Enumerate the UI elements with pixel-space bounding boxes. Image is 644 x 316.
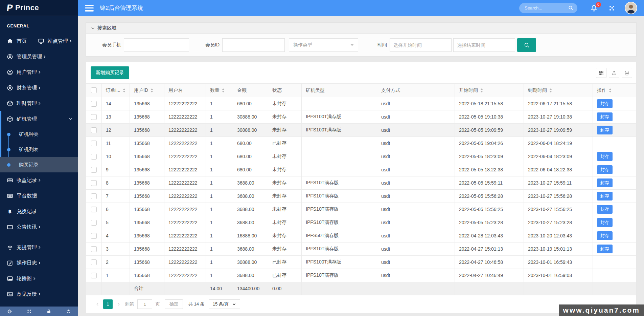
seal-button[interactable]: 封存 [597, 205, 613, 214]
current-page-button[interactable]: 1 [103, 299, 113, 309]
cell-status: 未封存 [268, 124, 302, 137]
sidebar-subitem-miner-types[interactable]: 矿机种类 [0, 127, 78, 142]
table-row: 51356681222222222213688.00未封存IPFS10T满存版u… [86, 216, 636, 229]
seal-button[interactable]: 封存 [597, 112, 613, 121]
lock-icon[interactable] [46, 309, 51, 314]
cell-status: 未封存 [268, 216, 302, 229]
row-checkbox[interactable] [91, 233, 97, 239]
page-title: 锦2后台管理系统 [100, 4, 143, 12]
seal-button[interactable]: 封存 [597, 99, 613, 108]
page-size-select[interactable]: 15 条/页 [209, 299, 240, 309]
sidebar-item-operation-logs[interactable]: 操作日志 [0, 255, 78, 271]
row-checkbox[interactable] [91, 154, 97, 160]
columns-button[interactable] [596, 68, 606, 78]
sidebar-item-exchange-records[interactable]: ฿兑换记录 [0, 204, 78, 219]
seal-button[interactable]: 封存 [597, 178, 613, 187]
search-panel-header[interactable]: 搜索区域 [86, 23, 636, 34]
brand-logo[interactable]: P Prince [0, 0, 78, 16]
fullscreen-icon[interactable] [608, 5, 615, 12]
cell-start-time: 2022-05-05 18:22:38 [455, 163, 524, 176]
cell-pay-method: usdt [377, 269, 455, 282]
gear-icon[interactable] [7, 309, 12, 314]
user-icon [7, 85, 13, 91]
cell-status: 未封存 [268, 190, 302, 203]
seal-button[interactable]: 封存 [597, 231, 613, 240]
sort-icon[interactable] [609, 88, 612, 92]
end-time-input[interactable] [453, 38, 515, 52]
phone-input[interactable] [124, 38, 189, 52]
sidebar-subitem-miner-list[interactable]: 矿机列表 [0, 142, 78, 157]
goto-page-input[interactable] [137, 299, 152, 309]
sidebar-item-admin-mgmt[interactable]: 管理员管理 [0, 49, 78, 64]
next-page-button[interactable] [114, 299, 123, 309]
prev-page-button[interactable] [93, 299, 102, 309]
cell-pay-method: usdt [377, 110, 455, 124]
cell-username: 12222222222 [164, 176, 206, 190]
row-checkbox[interactable] [91, 101, 97, 107]
goto-suffix: 页 [156, 301, 160, 307]
seal-button[interactable]: 封存 [597, 192, 613, 201]
sidebar-top-row: 首页站点管理 [0, 33, 78, 49]
sidebar-item-platform-data[interactable]: 平台数据 [0, 188, 78, 204]
sidebar-item-home[interactable]: 首页 [0, 33, 31, 49]
sort-icon[interactable] [480, 88, 483, 92]
row-checkbox[interactable] [91, 167, 97, 173]
sidebar-item-deposit-withdraw[interactable]: 充提管理 [0, 239, 78, 255]
member-id-input[interactable] [222, 38, 285, 52]
seal-button[interactable]: 封存 [597, 126, 613, 134]
cell-username: 12222222222 [164, 243, 206, 256]
search-icon[interactable] [568, 5, 574, 11]
cell-qty: 1 [206, 229, 233, 243]
goto-confirm-button[interactable]: 确定 [165, 299, 183, 309]
row-checkbox[interactable] [91, 259, 97, 265]
sort-icon[interactable] [222, 88, 225, 92]
cell-user-id: 135668 [130, 176, 164, 190]
sidebar-item-carousel[interactable]: 轮播图 [0, 271, 78, 286]
seal-button[interactable]: 封存 [597, 152, 613, 161]
table-row: 61356681222222222213688.00未封存IPFS10T满存版u… [86, 203, 636, 216]
table-card: 新增购买记录 订单i...用户ID用户名数量金额状态矿机类型支付方式开始时间到期… [86, 62, 637, 313]
avatar[interactable] [625, 2, 637, 14]
sidebar-item-announcements[interactable]: 公告快讯 [0, 219, 78, 235]
notifications-button[interactable]: 0 [590, 4, 598, 12]
row-checkbox[interactable] [91, 180, 97, 186]
expand-icon[interactable] [27, 309, 32, 314]
seal-button[interactable]: 封存 [597, 218, 613, 227]
cell-action: 封存 [593, 163, 636, 176]
sort-icon[interactable] [549, 88, 552, 92]
submenu-dot-icon [7, 133, 10, 136]
sort-icon[interactable] [151, 88, 153, 92]
row-checkbox[interactable] [91, 273, 97, 278]
sidebar-item-label: 轮播图 [17, 275, 32, 282]
sidebar-item-wealth-mgmt[interactable]: 理财管理 [0, 96, 78, 111]
sidebar-item-site-mgmt[interactable]: 站点管理 [31, 33, 72, 49]
seal-button[interactable]: 封存 [597, 245, 613, 253]
row-checkbox[interactable] [91, 246, 97, 252]
seal-button[interactable]: 封存 [597, 165, 613, 174]
add-purchase-record-button[interactable]: 新增购买记录 [91, 66, 129, 79]
hamburger-icon[interactable] [85, 5, 94, 12]
sidebar-item-finance-mgmt[interactable]: 财务管理 [0, 80, 78, 96]
sidebar-item-feedback[interactable]: 意见反馈 [0, 286, 78, 302]
sidebar-item-income-records[interactable]: 收益记录 [0, 172, 78, 188]
row-checkbox[interactable] [91, 114, 97, 120]
print-button[interactable] [622, 68, 632, 78]
row-checkbox[interactable] [91, 127, 97, 133]
select-all-checkbox[interactable] [91, 87, 97, 93]
search-button[interactable] [517, 38, 536, 52]
sidebar-subitem-purchase-records[interactable]: 购买记录 [0, 157, 78, 172]
row-checkbox[interactable] [91, 220, 97, 226]
cell-order-id: 14 [102, 97, 130, 110]
operation-type-select[interactable]: 操作类型 [289, 38, 358, 52]
cell-action [593, 269, 636, 282]
cell-status: 未封存 [268, 203, 302, 216]
row-checkbox[interactable] [91, 207, 97, 212]
sidebar-item-user-mgmt[interactable]: 用户管理 [0, 64, 78, 80]
sidebar-item-miner-mgmt[interactable]: 矿机管理 [0, 111, 78, 127]
power-icon[interactable] [66, 309, 71, 314]
row-checkbox[interactable] [91, 141, 97, 146]
sort-icon[interactable] [123, 88, 125, 92]
export-button[interactable] [609, 68, 619, 78]
row-checkbox[interactable] [91, 193, 97, 199]
start-time-input[interactable] [390, 38, 452, 52]
